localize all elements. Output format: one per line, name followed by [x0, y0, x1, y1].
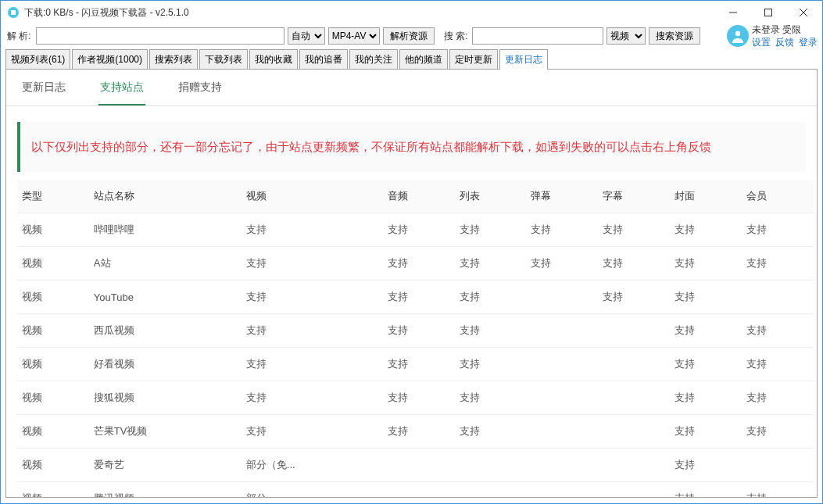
- sub-tab-1[interactable]: 支持站点: [98, 80, 145, 105]
- table-cell: 支持: [742, 348, 814, 381]
- main-tab-5[interactable]: 我的追番: [299, 49, 348, 70]
- table-cell: 支持: [455, 314, 527, 348]
- search-type-select[interactable]: 视频: [607, 27, 646, 45]
- table-cell: 支持: [742, 415, 814, 449]
- titlebar: 下载:0 KB/s - 闪豆视频下载器 - v2.5.1.0: [1, 1, 822, 24]
- table-cell: 支持: [526, 247, 598, 281]
- table-header: 音频: [383, 180, 455, 213]
- login-link[interactable]: 登录: [799, 37, 818, 48]
- feedback-link[interactable]: 反馈: [775, 37, 794, 48]
- search-label: 搜 索:: [442, 30, 470, 43]
- main-tab-8[interactable]: 定时更新: [449, 49, 498, 70]
- table-cell: 视频: [17, 281, 89, 314]
- table-cell: YouTube: [89, 281, 242, 314]
- table-cell: 支持: [670, 415, 742, 449]
- main-tab-0[interactable]: 视频列表(61): [5, 49, 70, 70]
- main-tab-9[interactable]: 更新日志: [499, 49, 548, 70]
- table-cell: 支持: [670, 348, 742, 381]
- svg-point-5: [735, 31, 740, 36]
- table-cell: 支持: [455, 348, 527, 381]
- table-cell: [526, 482, 598, 498]
- table-cell: 支持: [383, 381, 455, 415]
- table-cell: 支持: [670, 314, 742, 348]
- maximize-button[interactable]: [750, 2, 785, 23]
- table-cell: 支持: [670, 449, 742, 482]
- table-cell: 视频: [17, 415, 89, 449]
- support-table: 类型站点名称视频音频列表弹幕字幕封面会员 视频哔哩哔哩支持支持支持支持支持支持支…: [17, 180, 814, 497]
- table-cell: [383, 482, 455, 498]
- table-cell: [598, 314, 670, 348]
- main-tab-3[interactable]: 下载列表: [199, 49, 248, 70]
- table-cell: [526, 281, 598, 314]
- avatar[interactable]: [727, 25, 749, 47]
- table-cell: 支持: [670, 482, 742, 498]
- search-input[interactable]: [472, 27, 603, 45]
- table-cell: 支持: [383, 415, 455, 449]
- table-cell: [455, 449, 527, 482]
- table-header: 视频: [242, 180, 383, 213]
- table-cell: 支持: [242, 348, 383, 381]
- table-header: 封面: [670, 180, 742, 213]
- table-row: 视频好看视频支持支持支持支持支持: [17, 348, 814, 381]
- table-cell: [598, 449, 670, 482]
- minimize-button[interactable]: [715, 2, 750, 23]
- table-cell: [383, 449, 455, 482]
- table-cell: 支持: [670, 381, 742, 415]
- table-header: 字幕: [598, 180, 670, 213]
- sub-tab-0[interactable]: 更新日志: [20, 80, 67, 105]
- table-cell: 视频: [17, 482, 89, 498]
- support-table-wrap[interactable]: 类型站点名称视频音频列表弹幕字幕封面会员 视频哔哩哔哩支持支持支持支持支持支持支…: [17, 180, 814, 497]
- main-tab-4[interactable]: 我的收藏: [249, 49, 298, 70]
- table-cell: [598, 415, 670, 449]
- parse-button[interactable]: 解析资源: [383, 27, 435, 45]
- table-cell: 支持: [455, 381, 527, 415]
- settings-link[interactable]: 设置: [752, 37, 771, 48]
- table-cell: 支持: [670, 213, 742, 247]
- table-header: 会员: [742, 180, 814, 213]
- search-button[interactable]: 搜索资源: [649, 27, 700, 45]
- table-cell: 视频: [17, 247, 89, 281]
- table-cell: [742, 449, 814, 482]
- table-cell: 哔哩哔哩: [89, 213, 242, 247]
- table-cell: [598, 348, 670, 381]
- table-cell: [526, 314, 598, 348]
- table-cell: [526, 348, 598, 381]
- main-tabs: 视频列表(61)作者视频(1000)搜索列表下载列表我的收藏我的追番我的关注他的…: [1, 48, 822, 70]
- table-row: 视频YouTube支持支持支持支持支持: [17, 281, 814, 314]
- table-cell: [742, 281, 814, 314]
- auto-select[interactable]: 自动: [288, 27, 325, 45]
- table-cell: 支持: [598, 247, 670, 281]
- table-cell: 好看视频: [89, 348, 242, 381]
- table-cell: 芒果TV视频: [89, 415, 242, 449]
- close-button[interactable]: [785, 2, 821, 23]
- table-cell: 支持: [742, 381, 814, 415]
- sub-tabs: 更新日志支持站点捐赠支持: [6, 70, 817, 106]
- table-cell: 支持: [383, 213, 455, 247]
- table-cell: A站: [89, 247, 242, 281]
- main-tab-1[interactable]: 作者视频(1000): [72, 49, 148, 70]
- notice-banner: 以下仅列出支持的部分，还有一部分忘记了，由于站点更新频繁，不保证所有站点都能解析…: [17, 122, 806, 172]
- table-cell: 腾讯视频: [89, 482, 242, 498]
- sub-tab-2[interactable]: 捐赠支持: [177, 80, 224, 105]
- table-cell: 视频: [17, 348, 89, 381]
- main-tab-6[interactable]: 我的关注: [349, 49, 398, 70]
- table-cell: [598, 482, 670, 498]
- parse-input[interactable]: [36, 27, 284, 45]
- table-row: 视频A站支持支持支持支持支持支持支持: [17, 247, 814, 281]
- table-cell: 支持: [455, 281, 527, 314]
- table-cell: 支持: [242, 381, 383, 415]
- table-cell: 视频: [17, 449, 89, 482]
- main-tab-2[interactable]: 搜索列表: [149, 49, 198, 70]
- table-cell: 支持: [742, 482, 814, 498]
- table-cell: 支持: [742, 314, 814, 348]
- table-cell: 视频: [17, 213, 89, 247]
- table-cell: 支持: [242, 281, 383, 314]
- table-cell: 西瓜视频: [89, 314, 242, 348]
- table-cell: 支持: [598, 213, 670, 247]
- table-cell: [526, 449, 598, 482]
- table-cell: 支持: [455, 213, 527, 247]
- format-select[interactable]: MP4-AVC: [328, 27, 380, 45]
- main-tab-7[interactable]: 他的频道: [399, 49, 448, 70]
- content-area: 更新日志支持站点捐赠支持 以下仅列出支持的部分，还有一部分忘记了，由于站点更新频…: [5, 69, 818, 498]
- table-row: 视频西瓜视频支持支持支持支持支持: [17, 314, 814, 348]
